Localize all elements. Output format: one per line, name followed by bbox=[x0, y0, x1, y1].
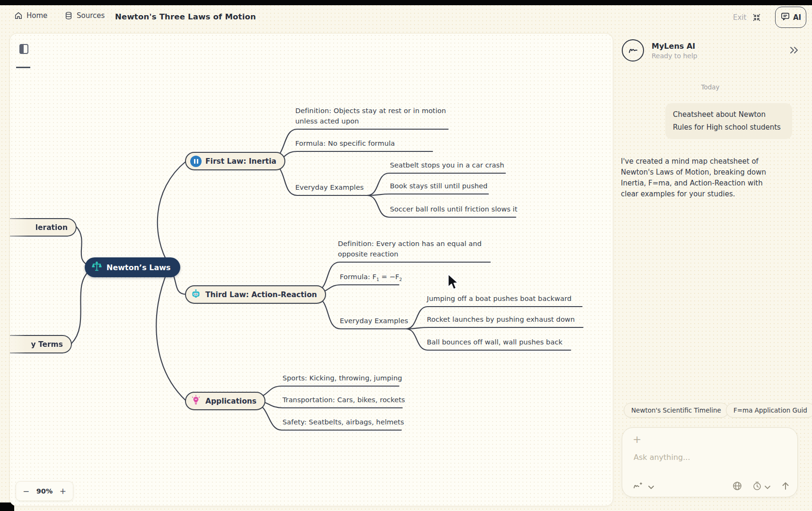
node-key-terms-label: y Terms bbox=[31, 340, 63, 349]
zoom-control: − 90% + bbox=[16, 481, 73, 501]
third-law-formula-label[interactable]: Formula: F1 = −F2 bbox=[340, 273, 402, 282]
pause-circle-icon bbox=[190, 156, 202, 167]
node-applications-label: Applications bbox=[205, 397, 256, 405]
node-third-law-label: Third Law: Action-Reaction bbox=[205, 291, 317, 299]
third-law-definition-line1: Definition: Every action has an equal an… bbox=[338, 238, 482, 249]
sources-button[interactable]: Sources bbox=[64, 11, 105, 20]
history-icon[interactable] bbox=[752, 481, 762, 493]
home-icon bbox=[14, 11, 23, 20]
third-law-definition-label[interactable]: Definition: Every action has an equal an… bbox=[338, 238, 482, 259]
third-law-example-1[interactable]: Jumping off a boat pushes boat backward bbox=[427, 295, 572, 302]
zoom-in-button[interactable]: + bbox=[60, 486, 66, 496]
ai-panel-button[interactable]: AI bbox=[775, 7, 806, 28]
model-chevron-down-icon[interactable] bbox=[648, 483, 654, 492]
balance-scale-icon bbox=[91, 261, 103, 274]
lightbulb-icon bbox=[190, 395, 202, 408]
first-law-example-1[interactable]: Seatbelt stops you in a car crash bbox=[390, 161, 504, 169]
app-name: MyLens AI bbox=[652, 42, 695, 51]
collapse-panel-icon[interactable] bbox=[788, 45, 800, 55]
top-black-strip bbox=[0, 0, 812, 5]
zoom-level: 90% bbox=[36, 487, 53, 495]
suggestion-chip-timeline[interactable]: Newton's Scientific Timeline bbox=[624, 403, 729, 418]
mindmap-canvas[interactable]: leration y Terms Newton’s Laws First Law… bbox=[9, 33, 613, 506]
ai-button-label: AI bbox=[793, 13, 801, 22]
node-key-terms-partial[interactable]: y Terms bbox=[9, 335, 72, 353]
node-root[interactable]: Newton’s Laws bbox=[85, 257, 180, 277]
third-law-definition-line2: opposite reaction bbox=[338, 249, 482, 259]
node-acceleration-label: leration bbox=[35, 223, 68, 232]
applications-item-1[interactable]: Sports: Kicking, throwing, jumping bbox=[282, 374, 402, 382]
formula-sub-2: 2 bbox=[399, 277, 402, 282]
zoom-out-button[interactable]: − bbox=[23, 486, 29, 496]
mylens-logo bbox=[622, 39, 644, 62]
add-attachment-icon[interactable]: + bbox=[633, 433, 641, 445]
node-first-law-label: First Law: Inertia bbox=[205, 157, 276, 166]
formula-prefix: Formula: F bbox=[340, 273, 376, 281]
node-acceleration-partial[interactable]: leration bbox=[9, 218, 77, 237]
date-divider: Today bbox=[613, 83, 807, 91]
applications-item-2[interactable]: Transportation: Cars, bikes, rockets bbox=[282, 396, 405, 404]
exit-fullscreen-icon[interactable] bbox=[751, 12, 762, 23]
ai-message: I've created a mind map cheatsheet of Ne… bbox=[621, 156, 781, 200]
first-law-definition-line1: Definition: Objects stay at rest or in m… bbox=[295, 106, 446, 116]
node-first-law[interactable]: First Law: Inertia bbox=[185, 152, 285, 170]
first-law-examples-label[interactable]: Everyday Examples bbox=[295, 184, 364, 191]
first-law-formula-label[interactable]: Formula: No specific formula bbox=[295, 140, 395, 147]
first-law-definition-label[interactable]: Definition: Objects stay at rest or in m… bbox=[295, 106, 446, 126]
first-law-example-2[interactable]: Book stays still until pushed bbox=[390, 182, 487, 190]
web-search-icon[interactable] bbox=[732, 481, 742, 493]
sources-label: Sources bbox=[77, 11, 105, 20]
database-icon bbox=[64, 11, 73, 20]
history-chevron-down-icon[interactable] bbox=[764, 483, 771, 492]
formula-equals: = −F bbox=[379, 273, 399, 281]
first-law-definition-line2: unless acted upon bbox=[295, 116, 446, 126]
mouse-cursor-icon bbox=[446, 273, 459, 294]
composer-toolbar bbox=[622, 479, 797, 494]
node-applications[interactable]: Applications bbox=[185, 392, 265, 410]
user-message-bubble: Cheatsheet about Newton Rules for High s… bbox=[665, 103, 792, 139]
model-selector-icon[interactable] bbox=[633, 481, 645, 493]
send-icon[interactable] bbox=[780, 481, 791, 493]
third-law-example-2[interactable]: Rocket launches by pushing exhaust down bbox=[427, 316, 575, 323]
applications-item-3[interactable]: Safety: Seatbelts, airbags, helmets bbox=[282, 418, 404, 426]
app-status: Ready to help bbox=[652, 52, 697, 60]
chat-bubble-icon bbox=[780, 11, 790, 23]
suggestion-chip-fma[interactable]: F=ma Application Guid bbox=[726, 403, 812, 418]
first-law-example-3[interactable]: Soccer ball rolls until friction slows i… bbox=[390, 205, 517, 213]
third-law-example-3[interactable]: Ball bounces off wall, wall pushes back bbox=[427, 338, 563, 346]
home-label: Home bbox=[26, 11, 47, 20]
node-root-label: Newton’s Laws bbox=[106, 263, 171, 272]
ask-input[interactable] bbox=[633, 452, 784, 462]
page-title: Newton's Three Laws of Motion bbox=[115, 12, 256, 21]
exit-button[interactable]: Exit bbox=[733, 13, 746, 22]
home-button[interactable]: Home bbox=[14, 11, 47, 20]
robot-icon bbox=[190, 288, 202, 301]
node-third-law[interactable]: Third Law: Action-Reaction bbox=[185, 285, 326, 304]
chat-composer[interactable]: + bbox=[622, 427, 798, 497]
third-law-examples-label[interactable]: Everyday Examples bbox=[340, 317, 408, 325]
